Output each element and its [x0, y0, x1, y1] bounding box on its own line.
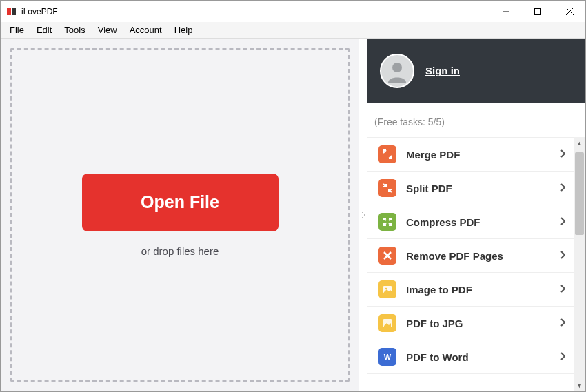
tool-pdf2jpg[interactable]: PDF to JPG: [367, 307, 574, 340]
signin-bar: Sign in: [367, 39, 585, 103]
menu-edit[interactable]: Edit: [30, 23, 58, 37]
menubar: File Edit Tools View Account Help: [1, 22, 585, 39]
app-body: Open File or drop files here Sign in (Fr…: [1, 39, 585, 391]
chevron-right-icon: [560, 149, 565, 160]
split-icon: [378, 179, 396, 197]
menu-account[interactable]: Account: [123, 23, 168, 37]
menu-help[interactable]: Help: [168, 23, 199, 37]
chevron-right-icon: [560, 251, 565, 261]
maximize-button[interactable]: [522, 1, 554, 22]
tool-label: Image to PDF: [406, 284, 550, 296]
svg-point-10: [385, 288, 387, 290]
merge-icon: [378, 145, 396, 163]
signin-link[interactable]: Sign in: [425, 65, 460, 76]
titlebar: iLovePDF: [1, 1, 585, 22]
tools-list: Merge PDFSplit PDFCompress PDFRemove PDF…: [367, 137, 574, 391]
tool-label: PDF to JPG: [406, 318, 550, 329]
menu-view[interactable]: View: [92, 23, 123, 37]
scroll-thumb[interactable]: [575, 152, 584, 235]
svg-rect-1: [12, 8, 16, 15]
svg-rect-3: [535, 8, 541, 14]
svg-rect-0: [7, 8, 11, 15]
avatar-icon: [380, 54, 414, 88]
tool-img2pdf[interactable]: Image to PDF: [367, 273, 574, 307]
chevron-right-icon: [560, 183, 565, 194]
drop-hint: or drop files here: [141, 245, 219, 257]
image-icon: [378, 280, 396, 298]
window-title: iLovePDF: [21, 7, 58, 17]
quota-text: (Free tasks: 5/5): [367, 103, 585, 137]
tool-pdf2word[interactable]: WPDF to Word: [367, 340, 574, 374]
right-panel: Sign in (Free tasks: 5/5) Merge PDFSplit…: [367, 39, 585, 391]
scroll-down-icon[interactable]: ▼: [574, 380, 585, 391]
menu-file[interactable]: File: [3, 23, 30, 37]
tool-merge[interactable]: Merge PDF: [367, 138, 574, 172]
jpg-icon: [378, 314, 396, 332]
chevron-right-icon: [560, 285, 565, 295]
tool-label: Merge PDF: [406, 149, 550, 161]
tool-label: Remove PDF Pages: [406, 250, 550, 262]
svg-text:W: W: [384, 353, 392, 361]
scroll-up-icon[interactable]: ▲: [574, 137, 585, 149]
open-file-button[interactable]: Open File: [82, 174, 279, 231]
tool-split[interactable]: Split PDF: [367, 172, 574, 205]
drop-zone[interactable]: Open File or drop files here: [10, 48, 350, 382]
panel-collapse-handle[interactable]: [359, 39, 367, 391]
vertical-scrollbar[interactable]: ▲ ▼: [574, 137, 585, 391]
tool-label: PDF to Word: [406, 351, 550, 363]
tool-remove[interactable]: Remove PDF Pages: [367, 239, 574, 273]
close-button[interactable]: [554, 1, 585, 22]
chevron-right-icon: [560, 352, 565, 362]
left-panel: Open File or drop files here: [1, 39, 359, 391]
app-logo-icon: [6, 6, 17, 17]
chevron-right-icon: [560, 318, 565, 329]
svg-point-6: [392, 63, 402, 72]
word-icon: W: [378, 348, 396, 366]
menu-tools[interactable]: Tools: [58, 23, 91, 37]
compress-icon: [378, 213, 396, 231]
tool-label: Compress PDF: [406, 216, 550, 228]
chevron-right-icon: [560, 217, 565, 227]
app-window: iLovePDF File Edit Tools View Account He…: [0, 0, 586, 392]
remove-icon: [378, 247, 396, 265]
tool-compress[interactable]: Compress PDF: [367, 205, 574, 239]
minimize-button[interactable]: [490, 1, 522, 22]
tool-label: Split PDF: [406, 183, 550, 194]
